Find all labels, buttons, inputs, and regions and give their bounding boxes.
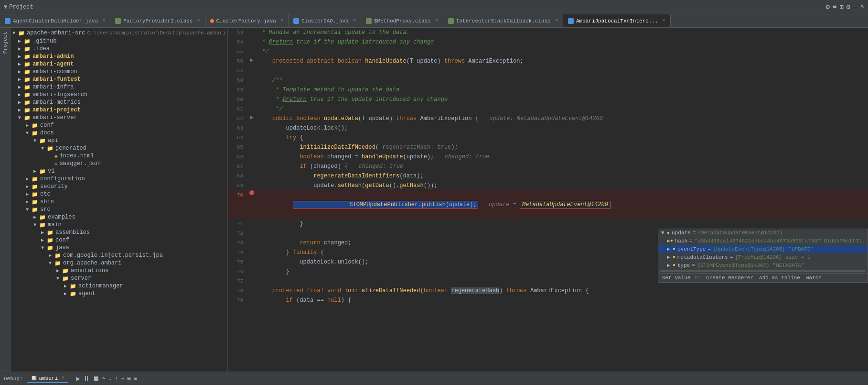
tree-item-annotations[interactable]: ▶ 📁 annotations	[11, 267, 227, 275]
tab-ambari-jpa[interactable]: AmbariJpaLocalTxnInterc... ×	[563, 14, 671, 27]
tree-item-server-java[interactable]: ▼ 📁 server	[11, 275, 227, 282]
tree-item-swagger-json[interactable]: ▶ ◈ swagger.json	[11, 160, 227, 167]
tree-item-main[interactable]: ▼ 📁 main	[11, 221, 227, 229]
expand-icon[interactable]: ▼	[661, 230, 667, 236]
tree-item-docs[interactable]: ▼ 📁 docs	[11, 129, 227, 137]
tree-item-agent[interactable]: ▶ 📁 ambari-agent	[11, 60, 227, 68]
tab-close[interactable]: ×	[663, 18, 665, 23]
folder-icon: 📁	[47, 230, 54, 236]
expand-icon[interactable]: ▶	[667, 246, 673, 252]
debug-row-update[interactable]: ▼ ● update = {MetadataUpdateEvent@14200}	[658, 229, 868, 237]
code-line: 67 if (changed) { changed: true	[228, 162, 868, 171]
tree-item-src[interactable]: ▼ 📁 src	[11, 206, 227, 213]
variables-icon[interactable]: ≡	[134, 375, 137, 382]
tree-item-metrics[interactable]: ▶ 📁 ambari-metrics	[11, 99, 227, 106]
tab-close-icon[interactable]: ×	[62, 375, 64, 381]
tab-close[interactable]: ×	[102, 18, 105, 23]
debug-row-metaclusters[interactable]: ▶ ● metadataClusters = {TreeMap@14206} s…	[658, 253, 868, 261]
tree-item-org-apache[interactable]: ▼ 📁 org.apache.ambari	[11, 259, 227, 267]
line-number: 70	[228, 190, 247, 200]
code-lines[interactable]: 53 * Handle an incremental update to the…	[228, 28, 868, 372]
tab-interceptor[interactable]: InterceptorStackCallback.class ×	[443, 14, 563, 27]
bottom-tab-ambari[interactable]: 🔲 ambari ×	[27, 374, 69, 383]
tree-item-server[interactable]: ▼ 📁 ambari-server	[11, 114, 227, 121]
folder-icon: 📁	[70, 291, 76, 297]
step-into-icon[interactable]: ↓	[108, 375, 112, 382]
tree-item-sbin[interactable]: ▶ 📁 sbin	[11, 198, 227, 206]
code-line: 71 }	[228, 219, 868, 229]
breakpoint-icon[interactable]	[249, 190, 254, 195]
settings-icon[interactable]: ⚙	[847, 3, 850, 11]
tab-agent-cluster[interactable]: AgentClusterDataHolder.java ×	[0, 14, 110, 27]
expand-icon[interactable]: ▶	[667, 262, 673, 268]
tab-method-proxy[interactable]: $MethodProxy.class ×	[361, 14, 443, 27]
tree-item-idea[interactable]: ▶ 📁 .idea	[11, 45, 227, 53]
layout-icon[interactable]: ⊞	[839, 3, 843, 11]
structure-icon[interactable]: ≡	[833, 3, 836, 11]
resume-icon[interactable]: ▶	[76, 374, 80, 383]
tree-item-funtest[interactable]: ▶ 📁 ambari-funtest	[11, 76, 227, 83]
debug-row-eventtype[interactable]: ▶ ● eventType = {UpdateEventType@14205} …	[658, 245, 868, 253]
expand-arrow: ▶	[18, 38, 24, 44]
frames-icon[interactable]: ⊞	[128, 375, 131, 382]
tab-cluster-factory[interactable]: ClusterFactory.java ×	[205, 14, 289, 27]
tree-item-github[interactable]: ▶ 📁 .github	[11, 37, 227, 45]
tree-item-generated[interactable]: ▼ 📁 generated	[11, 144, 227, 152]
tree-label: generated	[55, 145, 86, 152]
tree-item-project[interactable]: ▶ 📁 ambari-project	[11, 106, 227, 114]
tab-close[interactable]: ×	[197, 18, 200, 23]
highlighted-code: STOMPUpdatePublisher.publish(update);	[293, 201, 478, 209]
folder-icon: 📁	[24, 69, 31, 75]
tree-item-admin[interactable]: ▶ 📁 ambari-admin	[11, 53, 227, 60]
tree-item-guice[interactable]: ▶ 📁 com.google.inject.persist.jpa	[11, 252, 227, 259]
line-content: }	[257, 219, 868, 229]
tab-close[interactable]: ×	[435, 18, 438, 23]
tree-root-item[interactable]: ▼ 📁 apache-ambari-src C:\Users\Administr…	[11, 29, 227, 37]
code-line: 54 * @return true if the update introduc…	[228, 37, 868, 47]
tree-item-index-html[interactable]: ▶ ◈ index.html	[11, 152, 227, 160]
expand-icon[interactable]: ▶	[667, 238, 670, 244]
tree-item-conf[interactable]: ▶ 📁 conf	[11, 121, 227, 129]
tab-close[interactable]: ×	[280, 18, 283, 23]
watch-button[interactable]: Watch	[806, 275, 822, 281]
tab-factory-provider[interactable]: FactoryProvider2.class ×	[110, 14, 205, 27]
line-content: /**	[257, 76, 868, 85]
expand-icon[interactable]: ▶	[667, 254, 673, 260]
tree-item-v1[interactable]: ▶ 📁 v1	[11, 167, 227, 175]
tab-close[interactable]: ×	[555, 18, 558, 23]
tree-item-conf-main[interactable]: ▶ 📁 conf	[11, 236, 227, 244]
tab-cluster-dao[interactable]: ClusterDAO.java ×	[289, 14, 361, 27]
tree-item-configuration[interactable]: ▶ 📁 configuration	[11, 175, 227, 183]
file-tree[interactable]: ▼ 📁 apache-ambari-src C:\Users\Administr…	[11, 28, 228, 372]
tree-item-logsearch[interactable]: ▶ 📁 ambari-logsearch	[11, 91, 227, 99]
step-out-icon[interactable]: ↑	[115, 375, 118, 382]
add-inline-button[interactable]: Add as Inline	[759, 275, 800, 281]
tree-item-infra[interactable]: ▶ 📁 ambari-infra	[11, 83, 227, 91]
set-value-button[interactable]: Set Value F2	[662, 275, 700, 281]
tree-label: server	[71, 275, 91, 282]
tree-item-api[interactable]: ▼ 📁 api	[11, 137, 227, 144]
project-label[interactable]: ▼ Project	[4, 4, 33, 11]
build-icon[interactable]: ⚙	[825, 3, 829, 11]
expand-arrow: ▶	[18, 77, 24, 82]
create-renderer-button[interactable]: Create Renderer	[706, 275, 753, 281]
run-to-cursor-icon[interactable]: ⇥	[121, 375, 124, 382]
tree-item-etc[interactable]: ▶ 📁 etc	[11, 190, 227, 198]
tab-close[interactable]: ×	[353, 18, 356, 23]
stop-icon[interactable]: ⏹	[93, 375, 99, 383]
debug-row-type[interactable]: ▶ ● type = {STOMPEvent$Type@14207} "META…	[658, 261, 868, 269]
tree-item-actionmanager[interactable]: ▶ 📁 actionmanager	[11, 282, 227, 290]
debug-row-hash[interactable]: ▶ ● hash = "a0bd488ca14874821edbc44bc497…	[658, 237, 868, 245]
tree-item-security[interactable]: ▶ 📁 security	[11, 183, 227, 190]
minimize-icon[interactable]: —	[853, 3, 857, 11]
tree-item-common[interactable]: ▶ 📁 ambari-common	[11, 68, 227, 76]
close-icon[interactable]: ×	[860, 3, 864, 11]
tree-item-assemblies[interactable]: ▶ 📁 assemblies	[11, 229, 227, 236]
pause-icon[interactable]: ⏸	[83, 375, 90, 383]
tree-label: conf	[55, 237, 69, 243]
tree-item-examples[interactable]: ▶ 📁 examples	[11, 213, 227, 221]
tree-item-agent-java[interactable]: ▶ 📁 agent	[11, 290, 227, 297]
tree-label: .github	[32, 38, 56, 44]
tree-item-java[interactable]: ▼ 📁 java	[11, 244, 227, 252]
step-over-icon[interactable]: ↷	[102, 375, 106, 382]
